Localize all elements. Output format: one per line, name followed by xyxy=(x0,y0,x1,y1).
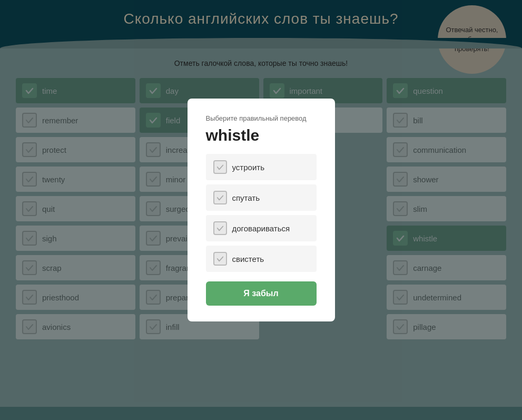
modal-options: устроитьспутатьдоговариватьсясвистеть xyxy=(206,154,317,272)
modal-subtitle: Выберите правильный перевод xyxy=(206,114,317,122)
modal-word: whistle xyxy=(206,126,317,144)
translation-option-opt4[interactable]: свистеть xyxy=(206,246,317,272)
modal-overlay[interactable]: Выберите правильный перевод whistle устр… xyxy=(0,0,522,420)
forgot-button[interactable]: Я забыл xyxy=(206,281,317,306)
translation-option-opt3[interactable]: договариваться xyxy=(206,215,317,241)
option-label-opt4: свистеть xyxy=(232,255,264,263)
option-checkbox-opt4 xyxy=(213,252,227,266)
option-checkbox-opt1 xyxy=(213,160,227,174)
option-label-opt2: спутать xyxy=(232,193,260,202)
translation-option-opt1[interactable]: устроить xyxy=(206,154,317,180)
translation-option-opt2[interactable]: спутать xyxy=(206,184,317,211)
modal-dialog: Выберите правильный перевод whistle устр… xyxy=(188,99,335,321)
option-label-opt1: устроить xyxy=(232,163,264,172)
option-checkbox-opt3 xyxy=(213,221,227,235)
option-label-opt3: договариваться xyxy=(232,224,290,233)
option-checkbox-opt2 xyxy=(213,191,227,204)
